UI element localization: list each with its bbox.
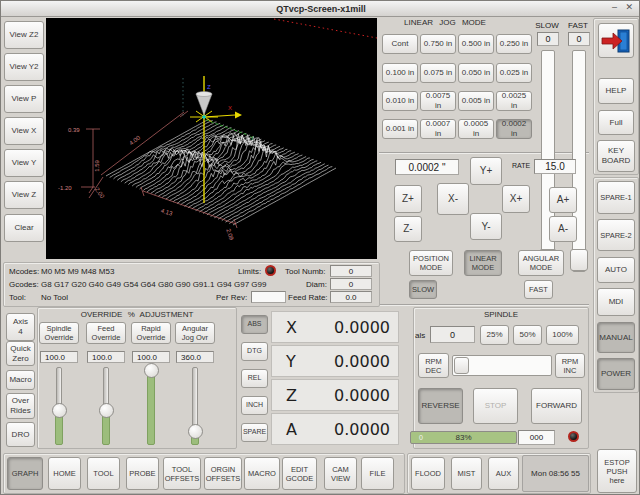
overrides-button[interactable]: Over Rides (6, 393, 35, 419)
keyboard-button[interactable]: KEY BOARD (597, 140, 635, 172)
dro-z-value: 0.0000 (334, 386, 390, 405)
exit-button[interactable] (598, 23, 634, 58)
spindle-bar-percent: 83% (411, 433, 516, 442)
mdi-mode-button[interactable]: MDI (597, 288, 635, 316)
aux-button[interactable]: AUX (488, 457, 519, 490)
close-icon[interactable]: ✕ (625, 2, 633, 12)
view-z2-button[interactable]: View Z2 (4, 21, 44, 49)
dro-abs-button[interactable]: ABS (241, 315, 268, 334)
tab-home[interactable]: HOME (48, 457, 81, 490)
slow-rate-button[interactable]: SLOW (409, 280, 437, 299)
jog-increment-0005[interactable]: 0.005 in (458, 91, 494, 111)
jog-increment-0250[interactable]: 0.250 in (496, 34, 532, 54)
dro-inch-button[interactable]: INCH (241, 396, 268, 415)
spindle-forward-button[interactable]: FORWARD (531, 388, 582, 424)
jog-z-plus-button[interactable]: Z+ (394, 185, 422, 213)
spare-1-button[interactable]: SPARE-1 (597, 181, 635, 214)
dim-left-edge: 4.00 (128, 134, 141, 146)
view-y2-button[interactable]: View Y2 (4, 53, 44, 81)
jog-increment-0750[interactable]: 0.750 in (420, 34, 456, 54)
full-button[interactable]: Full (598, 110, 634, 135)
mist-button[interactable]: MIST (451, 457, 482, 490)
tab-edit-gcode[interactable]: EDIT GCODE (282, 457, 317, 490)
tab-macro[interactable]: MACRO (244, 457, 280, 490)
view-p-button[interactable]: View P (4, 85, 44, 113)
rpm-dec-button[interactable]: RPM DEC (418, 353, 449, 378)
jog-increment-0075[interactable]: 0.075 in (420, 63, 456, 83)
jog-increment-0500[interactable]: 0.500 in (458, 34, 494, 54)
window-title: QTvcp-Screen-x1mill (276, 4, 366, 14)
axis-4-button[interactable]: Axis 4 (6, 313, 35, 341)
jog-increment-00075[interactable]: 0.0075 in (420, 91, 456, 111)
jog-y-plus-button[interactable]: Y+ (470, 157, 502, 185)
spindle-load-bar: 0 83% (410, 431, 517, 444)
estop-button[interactable]: ESTOP PUSH here (597, 449, 637, 493)
tab-cam-view[interactable]: CAM VIEW (324, 457, 357, 490)
dro-rel-button[interactable]: REL (241, 369, 268, 388)
dro-side-button[interactable]: DRO (6, 422, 35, 447)
tab-origin-offsets[interactable]: ORGIN OFFSETS (204, 457, 242, 490)
gcode-preview[interactable]: 0.39 1.59 -1.20 4.00 2.00 4.13 2.09 Z (46, 18, 377, 259)
angular-jog-handle[interactable] (188, 424, 203, 439)
tab-graph[interactable]: GRAPH (7, 457, 43, 490)
jog-increment-cont[interactable]: Cont (382, 34, 418, 54)
linear-mode-button[interactable]: LINEAR MODE (464, 250, 502, 276)
tab-probe[interactable]: PROBE (126, 457, 159, 490)
fast-slider-handle[interactable] (570, 249, 588, 271)
flood-button[interactable]: FLOOD (411, 457, 445, 490)
power-button[interactable]: POWER (597, 358, 635, 390)
spindle-stop-button[interactable]: STOP (473, 388, 518, 424)
jog-x-minus-button[interactable]: X- (437, 183, 469, 215)
auto-mode-button[interactable]: AUTO (597, 257, 635, 283)
spindle-reverse-button[interactable]: REVERSE (418, 388, 463, 424)
fast-rate-button[interactable]: FAST (524, 280, 553, 299)
quick-zero-button[interactable]: Quick Zero (6, 341, 35, 366)
spindle-100-button[interactable]: 100% (546, 325, 579, 345)
help-button[interactable]: HELP (598, 78, 634, 104)
feed-override-value: 100.0 (87, 351, 125, 363)
view-z-button[interactable]: View Z (4, 181, 44, 209)
jog-increment-00002[interactable]: 0.0002 in (496, 119, 532, 139)
rapid-override-handle[interactable] (144, 363, 159, 378)
dro-dtg-button[interactable]: DTG (241, 342, 268, 361)
spindle-25-button[interactable]: 25% (480, 325, 509, 345)
jog-increment-0025[interactable]: 0.025 in (496, 63, 532, 83)
jog-a-minus-button[interactable]: A- (549, 216, 577, 242)
spindle-50-button[interactable]: 50% (513, 325, 542, 345)
spindle-rpm-spinbox[interactable]: 000 (518, 430, 555, 445)
spindle-override-handle[interactable] (52, 403, 67, 418)
tab-tool-offsets[interactable]: TOOL OFFSETS (163, 457, 201, 490)
tab-file[interactable]: FILE (361, 457, 394, 490)
dro-spare-button[interactable]: SPARE (241, 423, 268, 442)
angular-mode-button[interactable]: ANGULAR MODE (518, 250, 564, 276)
view-x-button[interactable]: View X (4, 117, 44, 145)
gcodes-label: Gcodes: (9, 280, 39, 289)
tab-tool[interactable]: TOOL (87, 457, 120, 490)
position-mode-button[interactable]: POSITION MODE (409, 250, 453, 276)
dim-right-edge: 2.09 (225, 228, 235, 242)
dim-z-bottom: -1.20 (58, 185, 72, 191)
manual-mode-button[interactable]: MANUAL (597, 322, 635, 353)
jog-x-plus-button[interactable]: X+ (502, 185, 530, 213)
jog-a-plus-button[interactable]: A+ (549, 187, 577, 213)
jog-increment-0010[interactable]: 0.010 in (382, 91, 418, 111)
macro-side-button[interactable]: Macro (6, 370, 35, 390)
jog-increment-0001[interactable]: 0.001 in (382, 119, 418, 139)
jog-increment-0050[interactable]: 0.050 in (458, 63, 494, 83)
jog-increment-00005[interactable]: 0.0005 in (458, 119, 494, 139)
minimize-icon[interactable]: – (612, 2, 617, 12)
preview-canvas: 0.39 1.59 -1.20 4.00 2.00 4.13 2.09 Z (46, 18, 377, 259)
jog-z-minus-button[interactable]: Z- (394, 216, 422, 242)
rpm-inc-button[interactable]: RPM INC (555, 353, 585, 378)
title-bar[interactable]: QTvcp-Screen-x1mill – ✕ (1, 1, 640, 17)
feed-override-handle[interactable] (99, 403, 114, 418)
jog-y-minus-button[interactable]: Y- (470, 213, 502, 240)
clear-view-button[interactable]: Clear (4, 214, 44, 242)
view-y-button[interactable]: View Y (4, 149, 44, 177)
spare-2-button[interactable]: SPARE-2 (597, 219, 635, 251)
jog-increment-00025[interactable]: 0.0025 in (496, 91, 532, 111)
jog-increment-00007[interactable]: 0.0007 in (420, 119, 456, 139)
rpm-slider-handle[interactable] (454, 357, 469, 374)
jog-mode-title: LINEAR JOG MODE (379, 18, 511, 27)
jog-increment-0100[interactable]: 0.100 in (382, 63, 418, 83)
